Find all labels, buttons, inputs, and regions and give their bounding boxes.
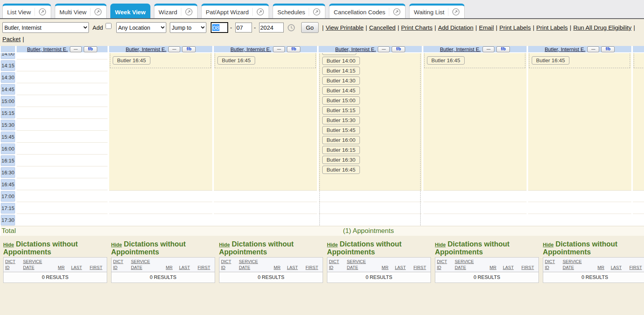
header-line2[interactable]: DATE	[239, 265, 250, 271]
hide-link[interactable]: Hide	[3, 242, 14, 248]
sort-first[interactable]: FIRST	[90, 265, 107, 271]
minimize-column-button[interactable]: —	[378, 46, 390, 52]
header-line2[interactable]: ID	[329, 265, 333, 271]
header-line1[interactable]: DICT	[437, 259, 447, 265]
sort-mr[interactable]: MR	[382, 265, 392, 271]
open-new-window-icon[interactable]	[181, 8, 193, 16]
header-line1[interactable]: DICT	[545, 259, 555, 265]
clock-icon[interactable]	[287, 24, 295, 32]
toolbar-link-view-printable[interactable]: View Printable	[326, 24, 364, 31]
open-new-window-icon[interactable]	[448, 8, 460, 16]
minimize-column-button[interactable]: —	[273, 46, 285, 52]
jump-to-select[interactable]: Jump to	[170, 22, 206, 33]
sort-first[interactable]: FIRST	[629, 265, 644, 271]
sort-last[interactable]: LAST	[503, 265, 519, 271]
header-line2[interactable]: FIRST	[306, 265, 318, 271]
toolbar-link-email[interactable]: Email	[479, 24, 494, 31]
header-line2[interactable]: MR	[274, 265, 281, 271]
appointment-button-butler-16-15[interactable]: Butler 16:15	[322, 146, 360, 154]
header-line1[interactable]: DICT	[5, 259, 15, 265]
appointment-button-clipped[interactable]	[322, 53, 356, 55]
minimize-column-button[interactable]: —	[168, 46, 180, 52]
open-new-window-icon[interactable]	[90, 8, 102, 16]
header-line2[interactable]: FIRST	[521, 265, 534, 271]
sort-dict-id[interactable]: DICTID	[437, 259, 452, 271]
open-slot-area[interactable]	[214, 53, 317, 191]
toolbar-link-add-dictation[interactable]: Add Dictation	[438, 24, 473, 31]
header-line2[interactable]: ID	[545, 265, 549, 271]
header-line2[interactable]: FIRST	[413, 265, 426, 271]
toolbar-link-packet[interactable]: Packet	[2, 36, 21, 42]
sort-last[interactable]: LAST	[611, 265, 627, 271]
appointment-button-butler-16-45[interactable]: Butler 16:45	[113, 56, 150, 65]
header-line1[interactable]: SERVICE	[347, 259, 366, 265]
header-line2[interactable]: FIRST	[198, 265, 210, 271]
header-line2[interactable]: LAST	[611, 265, 622, 271]
sort-last[interactable]: LAST	[395, 265, 411, 271]
fb-button[interactable]: f/b	[392, 46, 405, 52]
tab-schedules[interactable]: Schedules	[273, 4, 325, 18]
provider-link[interactable]: Butler, Internist E.	[231, 46, 271, 52]
minimize-column-button[interactable]: —	[70, 46, 82, 52]
provider-link[interactable]: Butler, Internist E.	[126, 46, 167, 52]
tab-list-view[interactable]: List View	[2, 4, 51, 18]
hide-link[interactable]: Hide	[327, 242, 338, 248]
add-checkbox[interactable]	[106, 23, 111, 29]
provider-link[interactable]: Butler, Internist E.	[545, 46, 586, 52]
date-month-input[interactable]: 08	[211, 22, 228, 33]
provider-select[interactable]: Butler, Internist	[2, 22, 89, 33]
toolbar-link-print-labels[interactable]: Print Labels	[536, 24, 568, 31]
sort-service-date[interactable]: SERVICEDATE	[563, 259, 595, 271]
header-line2[interactable]: DATE	[455, 265, 466, 271]
appointment-button-butler-16-45[interactable]: Butler 16:45	[322, 166, 360, 174]
sort-first[interactable]: FIRST	[413, 265, 431, 271]
appointment-button-butler-15-15[interactable]: Butler 15:15	[322, 106, 360, 115]
fb-button[interactable]: f/b	[182, 46, 196, 52]
header-line1[interactable]: SERVICE	[239, 259, 258, 265]
fb-button[interactable]: f/b	[601, 46, 615, 52]
open-slot-area[interactable]	[528, 53, 631, 191]
appointment-button-butler-16-45[interactable]: Butler 16:45	[427, 56, 465, 65]
appointment-button-butler-16-00[interactable]: Butler 16:00	[322, 136, 360, 144]
tab-multi-view[interactable]: Multi View	[55, 4, 107, 18]
appointment-button-butler-14-15[interactable]: Butler 14:15	[322, 67, 360, 75]
fb-button[interactable]: f/b	[84, 46, 97, 52]
open-slot-area[interactable]	[633, 53, 644, 191]
sort-service-date[interactable]: SERVICEDATE	[239, 259, 271, 271]
fb-button[interactable]: f/b	[287, 46, 300, 52]
appointment-button-butler-15-30[interactable]: Butler 15:30	[322, 116, 360, 124]
sort-mr[interactable]: MR	[58, 265, 69, 271]
header-line2[interactable]: LAST	[71, 265, 82, 271]
header-line2[interactable]: LAST	[503, 265, 514, 271]
header-line2[interactable]: LAST	[179, 265, 190, 271]
header-line1[interactable]: DICT	[221, 259, 231, 265]
hide-link[interactable]: Hide	[219, 242, 230, 248]
minimize-column-button[interactable]: —	[483, 46, 494, 52]
sort-service-date[interactable]: SERVICEDATE	[23, 259, 56, 271]
header-line2[interactable]: MR	[166, 265, 173, 271]
sort-service-date[interactable]: SERVICEDATE	[131, 259, 163, 271]
sort-dict-id[interactable]: DICTID	[5, 259, 21, 271]
tab-week-view[interactable]: Week View	[110, 4, 150, 18]
date-day-input[interactable]: 07	[235, 23, 252, 32]
tab-cancellation-codes[interactable]: Cancellation Codes	[329, 4, 406, 18]
sort-first[interactable]: FIRST	[306, 265, 323, 271]
header-line1[interactable]: SERVICE	[563, 259, 582, 265]
sort-mr[interactable]: MR	[166, 265, 177, 271]
location-select[interactable]: Any Location	[116, 22, 166, 33]
open-new-window-icon[interactable]	[389, 8, 401, 16]
header-line1[interactable]: DICT	[113, 259, 123, 265]
open-new-window-icon[interactable]	[309, 8, 321, 16]
tab-waiting-list[interactable]: Waiting List	[409, 4, 465, 18]
header-line2[interactable]: ID	[221, 265, 225, 271]
sort-last[interactable]: LAST	[179, 265, 195, 271]
appointment-button-butler-16-45[interactable]: Butler 16:45	[217, 56, 255, 65]
tab-wizard[interactable]: Wizard	[154, 4, 198, 18]
sort-last[interactable]: LAST	[71, 265, 87, 271]
sort-service-date[interactable]: SERVICEDATE	[347, 259, 379, 271]
header-line1[interactable]: DICT	[329, 259, 339, 265]
header-line2[interactable]: ID	[437, 265, 441, 271]
hide-link[interactable]: Hide	[111, 242, 122, 248]
sort-last[interactable]: LAST	[287, 265, 303, 271]
appointment-button-butler-16-45[interactable]: Butler 16:45	[532, 56, 569, 65]
